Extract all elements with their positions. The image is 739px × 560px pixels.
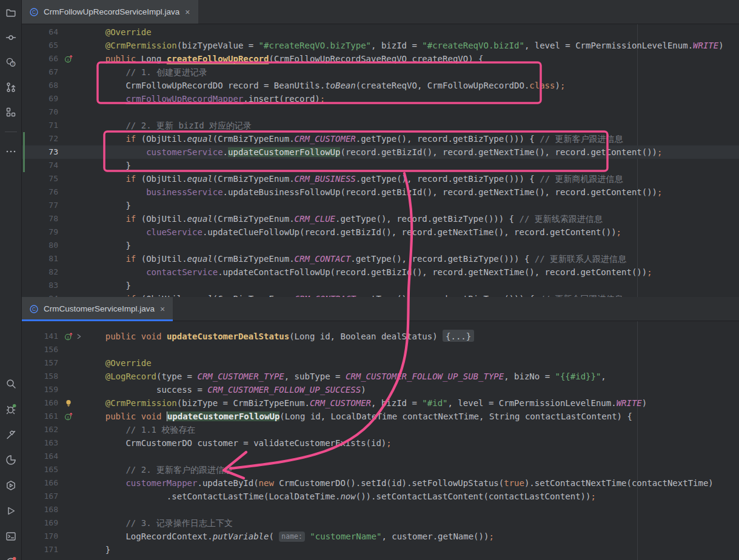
line-number[interactable]: 65 bbox=[22, 39, 64, 52]
line-number[interactable]: 66 bbox=[22, 52, 64, 65]
code-line-76[interactable]: 76 businessService.updateBusinessFollowU… bbox=[22, 185, 739, 199]
line-number[interactable]: 69 bbox=[22, 92, 64, 105]
implementing-method-icon[interactable]: I bbox=[64, 412, 73, 421]
problems-icon[interactable] bbox=[4, 555, 18, 560]
code-line-165[interactable]: 165 // 2. 更新客户的跟进信息 bbox=[22, 463, 739, 476]
code-line-171[interactable]: 171 } bbox=[22, 543, 739, 556]
line-number[interactable]: 160 bbox=[22, 396, 64, 410]
code-line-73[interactable]: 73 customerService.updateCustomerFollowU… bbox=[22, 145, 739, 159]
line-number[interactable]: 70 bbox=[22, 105, 64, 119]
line-number[interactable]: 165 bbox=[22, 463, 64, 476]
line-number[interactable]: 167 bbox=[22, 490, 64, 503]
code-line-172[interactable]: 172 bbox=[22, 556, 739, 560]
build-icon[interactable] bbox=[4, 428, 18, 441]
code-line-81[interactable]: 81 if (ObjUtil.equal(CrmBizTypeEnum.CRM_… bbox=[22, 252, 739, 265]
line-number[interactable]: 163 bbox=[22, 436, 64, 450]
services-icon[interactable] bbox=[4, 479, 18, 492]
code-line-78[interactable]: 78 if (ObjUtil.equal(CrmBizTypeEnum.CRM_… bbox=[22, 212, 739, 225]
line-number[interactable]: 168 bbox=[22, 503, 64, 516]
tab-crmfollowuprecordserviceimpl[interactable]: C CrmFollowUpRecordServiceImpl.java × bbox=[22, 0, 198, 24]
line-number[interactable]: 73 bbox=[22, 145, 64, 159]
code-line-69[interactable]: 69 crmFollowUpRecordMapper.insert(record… bbox=[22, 92, 739, 105]
code-line-65[interactable]: 65 @CrmPermission(bizTypeValue = "#creat… bbox=[22, 39, 739, 52]
search-icon[interactable] bbox=[4, 377, 18, 390]
code-line-159[interactable]: 159 success = CRM_CUSTOMER_FOLLOW_UP_SUC… bbox=[22, 383, 739, 396]
tab-close-icon[interactable]: × bbox=[184, 8, 190, 16]
line-number[interactable]: 161 bbox=[22, 410, 64, 423]
line-number[interactable]: 171 bbox=[22, 543, 64, 556]
line-number[interactable]: 169 bbox=[22, 516, 64, 530]
code-line-72[interactable]: 72 if (ObjUtil.equal(CrmBizTypeEnum.CRM_… bbox=[22, 132, 739, 145]
line-number[interactable]: 166 bbox=[22, 476, 64, 490]
code-editor-top[interactable]: 64 @Override65 @CrmPermission(bizTypeVal… bbox=[22, 24, 739, 297]
line-number[interactable]: 78 bbox=[22, 212, 64, 225]
tab-close-icon[interactable]: × bbox=[159, 305, 166, 313]
code-line-75[interactable]: 75 if (ObjUtil.equal(CrmBizTypeEnum.CRM_… bbox=[22, 172, 739, 185]
structure-icon[interactable] bbox=[4, 105, 18, 119]
code-line-71[interactable]: 71 // 2. 更新 bizId 对应的记录 bbox=[22, 119, 739, 132]
code-line-80[interactable]: 80 } bbox=[22, 239, 739, 252]
line-number[interactable]: 76 bbox=[22, 185, 64, 199]
line-number[interactable]: 159 bbox=[22, 383, 64, 396]
line-number[interactable]: 77 bbox=[22, 199, 64, 212]
code-line-84[interactable]: 84 if (ObjUtil.equal(CrmBizTypeEnum.CRM_… bbox=[22, 292, 739, 297]
line-number[interactable]: 141 bbox=[22, 330, 64, 343]
line-number[interactable]: 81 bbox=[22, 252, 64, 265]
code-line-74[interactable]: 74 } bbox=[22, 159, 739, 172]
line-number[interactable]: 172 bbox=[22, 556, 64, 560]
line-number[interactable]: 170 bbox=[22, 530, 64, 543]
line-number[interactable]: 83 bbox=[22, 279, 64, 292]
code-line-77[interactable]: 77 } bbox=[22, 199, 739, 212]
line-number[interactable]: 82 bbox=[22, 265, 64, 279]
line-number[interactable]: 156 bbox=[22, 343, 64, 356]
implementing-method-icon[interactable]: I bbox=[64, 55, 73, 63]
code-line-166[interactable]: 166 customerMapper.updateById(new CrmCus… bbox=[22, 476, 739, 490]
line-number[interactable]: 162 bbox=[22, 423, 64, 436]
line-number[interactable]: 84 bbox=[22, 292, 64, 297]
code-line-167[interactable]: 167 .setContactLastTime(LocalDateTime.no… bbox=[22, 490, 739, 503]
update-project-icon[interactable] bbox=[4, 81, 18, 94]
line-number[interactable]: 80 bbox=[22, 239, 64, 252]
commit-icon[interactable] bbox=[4, 31, 18, 44]
code-line-64[interactable]: 64 @Override bbox=[22, 25, 739, 39]
code-line-157[interactable]: 157 @Override bbox=[22, 356, 739, 370]
code-line-168[interactable]: 168 bbox=[22, 503, 739, 516]
code-line-79[interactable]: 79 clueService.updateClueFollowUp(record… bbox=[22, 225, 739, 239]
run-icon[interactable] bbox=[4, 504, 18, 518]
tab-crmcustomerserviceimpl[interactable]: C CrmCustomerServiceImpl.java × bbox=[22, 297, 173, 321]
code-line-67[interactable]: 67 // 1. 创建更进记录 bbox=[22, 65, 739, 79]
line-number[interactable]: 75 bbox=[22, 172, 64, 185]
code-line-169[interactable]: 169 // 3. 记录操作日志上下文 bbox=[22, 516, 739, 530]
code-line-161[interactable]: 161I public void updateCustomerFollowUp(… bbox=[22, 410, 739, 423]
code-line-156[interactable]: 156 bbox=[22, 343, 739, 356]
project-folder-icon[interactable] bbox=[4, 6, 18, 19]
code-line-162[interactable]: 162 // 1.1 校验存在 bbox=[22, 423, 739, 436]
code-line-70[interactable]: 70 bbox=[22, 105, 739, 119]
line-number[interactable]: 164 bbox=[22, 450, 64, 463]
debug-icon[interactable] bbox=[4, 402, 18, 416]
more-icon[interactable] bbox=[4, 145, 18, 158]
line-number[interactable]: 68 bbox=[22, 79, 64, 92]
code-review-icon[interactable]: ? bbox=[4, 56, 18, 69]
code-line-82[interactable]: 82 contactService.updateContactFollowUp(… bbox=[22, 265, 739, 279]
line-number[interactable]: 74 bbox=[22, 159, 64, 172]
code-line-160[interactable]: 160 @CrmPermission(bizType = CrmBizTypeE… bbox=[22, 396, 739, 410]
intention-bulb-icon[interactable] bbox=[64, 399, 73, 407]
profiler-icon[interactable] bbox=[4, 453, 18, 467]
code-line-141[interactable]: 141I public void updateCustomerDealStatu… bbox=[22, 330, 739, 343]
line-number[interactable]: 157 bbox=[22, 356, 64, 370]
code-line-83[interactable]: 83 } bbox=[22, 279, 739, 292]
fold-chevron-icon[interactable] bbox=[75, 332, 83, 341]
implementing-method-icon[interactable]: I bbox=[64, 332, 73, 341]
line-number[interactable]: 71 bbox=[22, 119, 64, 132]
terminal-icon[interactable] bbox=[4, 530, 18, 543]
code-line-66[interactable]: 66I public Long createFollowUpRecord(Crm… bbox=[22, 52, 739, 65]
code-line-163[interactable]: 163 CrmCustomerDO customer = validateCus… bbox=[22, 436, 739, 450]
code-editor-bottom[interactable]: 141I public void updateCustomerDealStatu… bbox=[22, 321, 739, 560]
code-line-164[interactable]: 164 bbox=[22, 450, 739, 463]
code-line-68[interactable]: 68 CrmFollowUpRecordDO record = BeanUtil… bbox=[22, 79, 739, 92]
line-number[interactable]: 67 bbox=[22, 65, 64, 79]
line-number[interactable]: 79 bbox=[22, 225, 64, 239]
line-number[interactable]: 158 bbox=[22, 370, 64, 383]
code-line-158[interactable]: 158 @LogRecord(type = CRM_CUSTOMER_TYPE,… bbox=[22, 370, 739, 383]
